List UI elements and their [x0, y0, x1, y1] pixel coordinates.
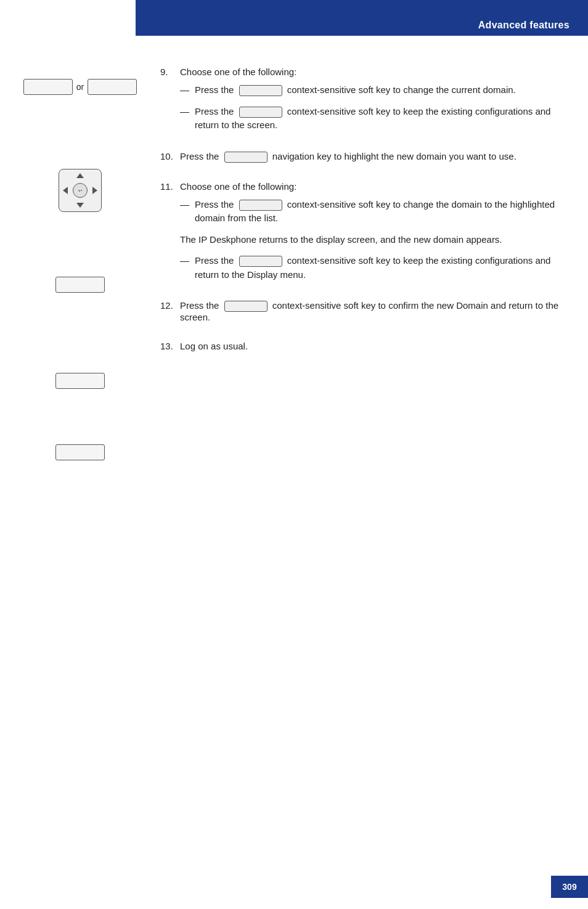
step9-illustration: or — [23, 79, 137, 95]
step13-block: 13. Log on as usual. — [160, 341, 576, 351]
page-number: 309 — [562, 882, 576, 892]
right-column: 9. Choose one of the following: — Press … — [148, 54, 576, 460]
inline-key-11a — [239, 200, 282, 211]
step12-block: 12. Press the context-sensitive soft key… — [160, 300, 576, 322]
main-content: or ↩ — [0, 36, 588, 497]
step10-block: 10. Press the navigation key to highligh… — [160, 151, 576, 163]
step12-illustration — [55, 444, 105, 460]
inline-key-11b — [239, 256, 282, 267]
header-left-strip — [0, 0, 136, 36]
page-title: Advanced features — [478, 20, 570, 31]
left-illustrations: or ↩ — [12, 54, 148, 460]
step10-illustration: ↩ — [59, 169, 102, 212]
step11-bullet1: — Press the context-sensitive soft key t… — [180, 198, 576, 226]
step9-bullet2: — Press the context-sensitive soft key t… — [180, 105, 576, 132]
step11-bullets: — Press the context-sensitive soft key t… — [180, 198, 576, 282]
step11-block: 11. Choose one of the following: — Press… — [160, 181, 576, 282]
or-label: or — [76, 82, 84, 92]
nav-arrow-down-icon — [76, 203, 84, 208]
step9-block: 9. Choose one of the following: — Press … — [160, 67, 576, 132]
inline-key-9b — [239, 107, 282, 118]
header-bar: Advanced features — [0, 0, 588, 36]
inline-key-12 — [224, 301, 267, 312]
softkey-11b — [55, 373, 105, 389]
softkey-11a — [55, 277, 105, 293]
nav-arrow-up-icon — [76, 173, 84, 178]
softkey-right — [88, 79, 137, 95]
page-number-area: 309 — [551, 876, 588, 898]
step13-number: 13. Log on as usual. — [160, 341, 576, 351]
step11-note: The IP Deskphone returns to the display … — [180, 233, 576, 247]
step10-number: 10. Press the navigation key to highligh… — [160, 151, 576, 163]
step11-bullet2: — Press the context-sensitive soft key t… — [180, 254, 576, 282]
nav-center-button: ↩ — [73, 183, 88, 198]
nav-key: ↩ — [59, 169, 102, 212]
step9-bullet1: — Press the context-sensitive soft key t… — [180, 83, 576, 97]
inline-key-9a — [239, 85, 282, 96]
step9-bullets: — Press the context-sensitive soft key t… — [180, 83, 576, 132]
nav-arrow-left-icon — [63, 187, 68, 194]
nav-arrow-right-icon — [92, 187, 97, 194]
step11b-illustration — [55, 373, 105, 389]
inline-key-10 — [224, 152, 267, 163]
step12-number: 12. Press the context-sensitive soft key… — [160, 300, 576, 322]
softkey-12 — [55, 444, 105, 460]
step11a-illustration — [55, 277, 105, 293]
step9-number: 9. Choose one of the following: — [160, 67, 576, 77]
step11-number: 11. Choose one of the following: — [160, 181, 576, 192]
softkey-left — [23, 79, 73, 95]
